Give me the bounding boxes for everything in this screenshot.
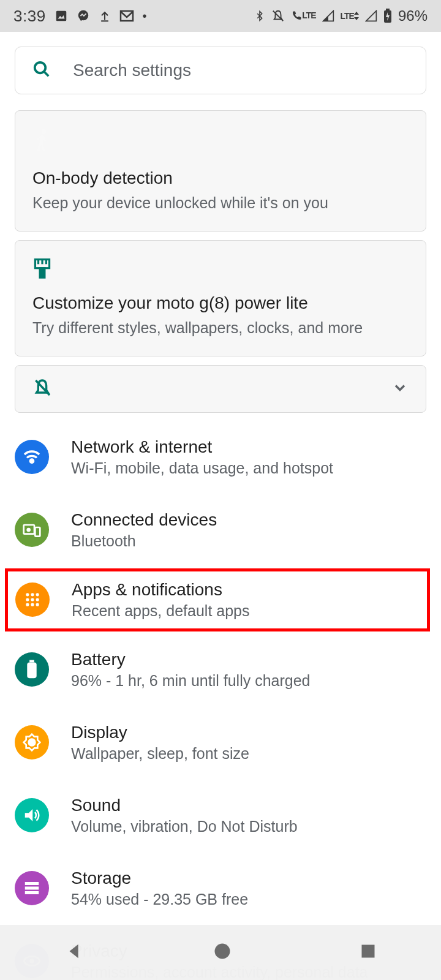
battery-icon bbox=[383, 9, 392, 23]
row-battery-sub: 96% - 1 hr, 6 min until fully charged bbox=[71, 672, 426, 690]
battery-row-icon bbox=[15, 652, 49, 687]
row-storage[interactable]: Storage 54% used - 29.35 GB free bbox=[15, 854, 426, 923]
row-devices-sub: Bluetooth bbox=[71, 532, 426, 550]
devices-icon bbox=[15, 513, 49, 547]
row-battery[interactable]: Battery 96% - 1 hr, 6 min until fully ch… bbox=[15, 635, 426, 704]
row-sound-sub: Volume, vibration, Do Not Disturb bbox=[71, 818, 426, 835]
chevron-down-icon bbox=[391, 379, 409, 399]
svg-point-36 bbox=[36, 603, 39, 606]
svg-point-27 bbox=[28, 529, 30, 531]
row-battery-title: Battery bbox=[71, 650, 426, 669]
svg-point-40 bbox=[29, 739, 36, 746]
search-placeholder: Search settings bbox=[73, 61, 191, 80]
svg-point-34 bbox=[26, 603, 29, 606]
bluetooth-icon bbox=[254, 9, 265, 23]
battery-percent: 96% bbox=[398, 7, 428, 24]
row-network-sub: Wi-Fi, mobile, data usage, and hotspot bbox=[71, 459, 426, 477]
svg-point-33 bbox=[36, 598, 39, 601]
svg-rect-44 bbox=[25, 891, 39, 894]
svg-marker-41 bbox=[25, 809, 33, 821]
signal-2-icon bbox=[365, 10, 377, 22]
search-icon bbox=[32, 60, 51, 81]
svg-marker-47 bbox=[69, 944, 78, 959]
card-customize-sub: Try different styles, wallpapers, clocks… bbox=[32, 318, 409, 339]
svg-point-28 bbox=[26, 593, 29, 596]
apps-icon bbox=[15, 582, 50, 617]
svg-rect-43 bbox=[25, 887, 39, 890]
card-customize-title: Customize your moto g(8) power lite bbox=[32, 293, 409, 313]
bell-off-icon bbox=[32, 378, 52, 400]
volume-icon bbox=[15, 798, 49, 832]
card-onbody[interactable]: On-body detection Keep your device unloc… bbox=[15, 110, 426, 232]
messenger-icon bbox=[77, 9, 90, 23]
row-sound-title: Sound bbox=[71, 796, 426, 815]
svg-marker-10 bbox=[354, 17, 359, 20]
row-apps-sub: Recent apps, default apps bbox=[72, 602, 420, 620]
svg-point-15 bbox=[35, 62, 46, 74]
svg-point-32 bbox=[31, 598, 34, 601]
brightness-icon bbox=[15, 725, 49, 760]
card-customize[interactable]: Customize your moto g(8) power lite Try … bbox=[15, 240, 426, 356]
card-dnd-collapsed[interactable] bbox=[15, 365, 426, 413]
card-onbody-sub: Keep your device unlocked while it's on … bbox=[32, 193, 409, 214]
svg-marker-8 bbox=[323, 16, 328, 21]
row-storage-title: Storage bbox=[71, 869, 426, 888]
clock: 3:39 bbox=[13, 7, 46, 26]
dnd-icon bbox=[271, 9, 285, 23]
row-apps[interactable]: Apps & notifications Recent apps, defaul… bbox=[5, 568, 430, 631]
dot-icon: • bbox=[143, 9, 147, 23]
svg-rect-26 bbox=[35, 527, 40, 537]
nav-recent[interactable] bbox=[360, 943, 377, 962]
brush-icon bbox=[32, 258, 409, 282]
svg-point-29 bbox=[31, 593, 34, 596]
walk-icon bbox=[32, 128, 409, 157]
search-input[interactable]: Search settings bbox=[15, 47, 426, 94]
row-display-sub: Wallpaper, sleep, font size bbox=[71, 745, 426, 763]
status-bar: 3:39 • LTE LTE bbox=[0, 0, 441, 32]
svg-point-35 bbox=[31, 603, 34, 606]
svg-point-24 bbox=[30, 459, 33, 462]
svg-rect-13 bbox=[386, 9, 390, 10]
svg-rect-37 bbox=[27, 662, 36, 678]
svg-marker-11 bbox=[366, 11, 377, 21]
storage-icon bbox=[15, 871, 49, 905]
row-devices[interactable]: Connected devices Bluetooth bbox=[15, 496, 426, 565]
row-display-title: Display bbox=[71, 723, 426, 742]
svg-rect-38 bbox=[29, 660, 34, 663]
row-network[interactable]: Network & internet Wi-Fi, mobile, data u… bbox=[15, 423, 426, 492]
card-onbody-title: On-body detection bbox=[32, 168, 409, 188]
svg-line-16 bbox=[44, 72, 49, 77]
call-lte-icon: LTE bbox=[291, 10, 315, 21]
row-apps-title: Apps & notifications bbox=[72, 580, 420, 600]
row-display[interactable]: Display Wallpaper, sleep, font size bbox=[15, 708, 426, 777]
svg-marker-9 bbox=[354, 12, 359, 15]
svg-rect-42 bbox=[25, 882, 39, 885]
nav-home[interactable] bbox=[213, 942, 232, 963]
lte-label: LTE bbox=[341, 11, 359, 21]
row-sound[interactable]: Sound Volume, vibration, Do Not Disturb bbox=[15, 781, 426, 850]
svg-rect-0 bbox=[56, 11, 66, 21]
svg-point-17 bbox=[41, 129, 47, 134]
row-network-title: Network & internet bbox=[71, 437, 426, 457]
nav-back[interactable] bbox=[64, 941, 85, 964]
wifi-icon bbox=[15, 440, 49, 474]
gallery-icon bbox=[55, 9, 68, 23]
nav-bar bbox=[0, 925, 441, 980]
svg-point-31 bbox=[26, 598, 29, 601]
svg-rect-22 bbox=[40, 268, 45, 277]
svg-rect-49 bbox=[362, 945, 375, 958]
svg-point-48 bbox=[214, 944, 230, 959]
upload-icon bbox=[99, 9, 111, 23]
gmail-icon bbox=[119, 10, 134, 22]
row-devices-title: Connected devices bbox=[71, 510, 426, 530]
svg-point-30 bbox=[36, 593, 39, 596]
row-storage-sub: 54% used - 29.35 GB free bbox=[71, 891, 426, 908]
signal-1-icon bbox=[322, 10, 334, 22]
